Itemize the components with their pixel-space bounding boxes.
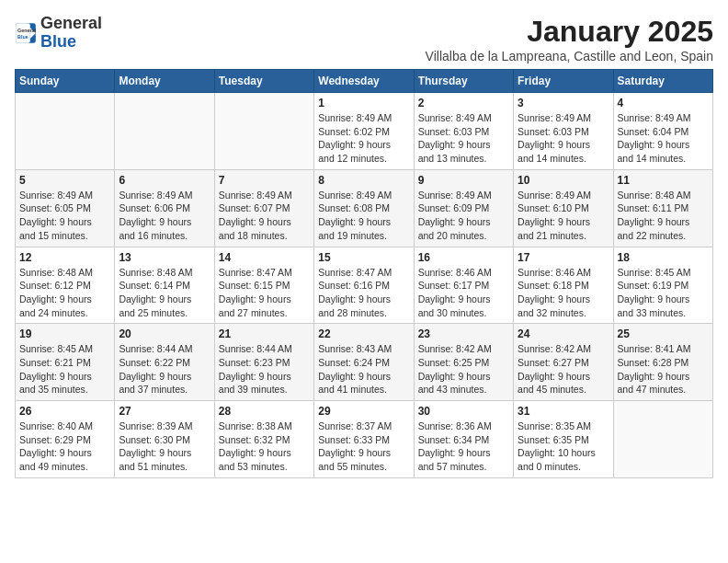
day-number: 21 <box>219 327 310 340</box>
calendar: SundayMondayTuesdayWednesdayThursdayFrid… <box>15 69 713 478</box>
day-info: Sunrise: 8:49 AMSunset: 6:06 PMDaylight:… <box>119 189 210 243</box>
header: General Blue General Blue January 2025 V… <box>15 15 713 63</box>
day-info: Sunrise: 8:38 AMSunset: 6:32 PMDaylight:… <box>219 419 310 474</box>
day-info: Sunrise: 8:42 AMSunset: 6:25 PMDaylight:… <box>418 342 509 396</box>
day-number: 20 <box>119 327 210 340</box>
calendar-cell: 3Sunrise: 8:49 AMSunset: 6:03 PMDaylight… <box>514 93 613 170</box>
day-number: 1 <box>318 97 409 109</box>
calendar-cell: 19Sunrise: 8:45 AMSunset: 6:21 PMDayligh… <box>16 324 115 401</box>
day-info: Sunrise: 8:48 AMSunset: 6:14 PMDaylight:… <box>119 266 210 320</box>
day-info: Sunrise: 8:49 AMSunset: 6:03 PMDaylight:… <box>418 111 509 166</box>
day-info: Sunrise: 8:42 AMSunset: 6:27 PMDaylight:… <box>518 342 609 396</box>
weekday-header-friday: Friday <box>514 70 613 93</box>
day-info: Sunrise: 8:45 AMSunset: 6:21 PMDaylight:… <box>19 342 110 396</box>
calendar-cell: 30Sunrise: 8:36 AMSunset: 6:34 PMDayligh… <box>414 401 513 478</box>
week-row-5: 26Sunrise: 8:40 AMSunset: 6:29 PMDayligh… <box>16 401 713 478</box>
month-title: January 2025 <box>426 15 713 49</box>
weekday-header-tuesday: Tuesday <box>214 70 313 93</box>
logo-blue-text: Blue <box>40 32 76 51</box>
calendar-cell: 1Sunrise: 8:49 AMSunset: 6:02 PMDaylight… <box>314 93 414 170</box>
day-info: Sunrise: 8:49 AMSunset: 6:09 PMDaylight:… <box>418 189 509 243</box>
weekday-header-wednesday: Wednesday <box>314 70 414 93</box>
calendar-cell <box>613 401 712 478</box>
weekday-header-row: SundayMondayTuesdayWednesdayThursdayFrid… <box>16 70 713 93</box>
logo: General Blue General Blue <box>15 15 102 52</box>
svg-text:Blue: Blue <box>17 34 28 40</box>
calendar-cell: 12Sunrise: 8:48 AMSunset: 6:12 PMDayligh… <box>16 247 115 324</box>
day-info: Sunrise: 8:48 AMSunset: 6:12 PMDaylight:… <box>19 266 110 320</box>
calendar-cell: 9Sunrise: 8:49 AMSunset: 6:09 PMDaylight… <box>414 169 513 247</box>
calendar-cell: 6Sunrise: 8:49 AMSunset: 6:06 PMDaylight… <box>115 169 214 247</box>
calendar-cell: 16Sunrise: 8:46 AMSunset: 6:17 PMDayligh… <box>414 247 513 324</box>
calendar-cell: 20Sunrise: 8:44 AMSunset: 6:22 PMDayligh… <box>115 324 214 401</box>
day-info: Sunrise: 8:37 AMSunset: 6:33 PMDaylight:… <box>318 419 409 474</box>
day-info: Sunrise: 8:39 AMSunset: 6:30 PMDaylight:… <box>119 419 210 474</box>
day-info: Sunrise: 8:46 AMSunset: 6:18 PMDaylight:… <box>518 266 609 320</box>
calendar-cell: 4Sunrise: 8:49 AMSunset: 6:04 PMDaylight… <box>613 93 712 170</box>
weekday-header-saturday: Saturday <box>613 70 712 93</box>
day-info: Sunrise: 8:40 AMSunset: 6:29 PMDaylight:… <box>19 419 110 474</box>
calendar-cell: 18Sunrise: 8:45 AMSunset: 6:19 PMDayligh… <box>613 247 712 324</box>
day-number: 26 <box>19 405 110 418</box>
calendar-cell: 29Sunrise: 8:37 AMSunset: 6:33 PMDayligh… <box>314 401 414 478</box>
day-number: 28 <box>219 405 310 418</box>
day-number: 7 <box>219 174 310 187</box>
week-row-2: 5Sunrise: 8:49 AMSunset: 6:05 PMDaylight… <box>16 169 713 247</box>
day-number: 17 <box>518 251 609 264</box>
day-info: Sunrise: 8:49 AMSunset: 6:10 PMDaylight:… <box>518 189 609 243</box>
calendar-cell: 17Sunrise: 8:46 AMSunset: 6:18 PMDayligh… <box>514 247 613 324</box>
weekday-header-thursday: Thursday <box>414 70 513 93</box>
calendar-cell: 22Sunrise: 8:43 AMSunset: 6:24 PMDayligh… <box>314 324 414 401</box>
calendar-cell: 24Sunrise: 8:42 AMSunset: 6:27 PMDayligh… <box>514 324 613 401</box>
calendar-cell: 27Sunrise: 8:39 AMSunset: 6:30 PMDayligh… <box>115 401 214 478</box>
day-number: 22 <box>318 327 409 340</box>
day-number: 9 <box>418 174 509 187</box>
calendar-cell: 26Sunrise: 8:40 AMSunset: 6:29 PMDayligh… <box>16 401 115 478</box>
day-number: 13 <box>119 251 210 264</box>
day-number: 4 <box>618 97 709 109</box>
day-number: 5 <box>19 174 110 187</box>
calendar-cell: 13Sunrise: 8:48 AMSunset: 6:14 PMDayligh… <box>115 247 214 324</box>
day-info: Sunrise: 8:36 AMSunset: 6:34 PMDaylight:… <box>418 419 509 474</box>
day-info: Sunrise: 8:45 AMSunset: 6:19 PMDaylight:… <box>618 266 709 320</box>
svg-text:General: General <box>17 28 37 33</box>
day-info: Sunrise: 8:35 AMSunset: 6:35 PMDaylight:… <box>518 419 609 474</box>
logo-icon: General Blue <box>15 22 37 44</box>
day-number: 25 <box>618 327 709 340</box>
day-info: Sunrise: 8:47 AMSunset: 6:15 PMDaylight:… <box>219 266 310 320</box>
svg-rect-2 <box>16 23 30 43</box>
day-number: 14 <box>219 251 310 264</box>
day-info: Sunrise: 8:43 AMSunset: 6:24 PMDaylight:… <box>318 342 409 396</box>
calendar-cell: 11Sunrise: 8:48 AMSunset: 6:11 PMDayligh… <box>613 169 712 247</box>
calendar-cell <box>16 93 115 170</box>
title-block: January 2025 Villalba de la Lampreana, C… <box>426 15 713 63</box>
day-info: Sunrise: 8:49 AMSunset: 6:02 PMDaylight:… <box>318 111 409 166</box>
calendar-cell: 31Sunrise: 8:35 AMSunset: 6:35 PMDayligh… <box>514 401 613 478</box>
week-row-3: 12Sunrise: 8:48 AMSunset: 6:12 PMDayligh… <box>16 247 713 324</box>
subtitle: Villalba de la Lampreana, Castille and L… <box>426 49 713 63</box>
day-info: Sunrise: 8:47 AMSunset: 6:16 PMDaylight:… <box>318 266 409 320</box>
day-number: 12 <box>19 251 110 264</box>
day-info: Sunrise: 8:41 AMSunset: 6:28 PMDaylight:… <box>618 342 709 396</box>
day-number: 24 <box>518 327 609 340</box>
day-number: 23 <box>418 327 509 340</box>
day-info: Sunrise: 8:48 AMSunset: 6:11 PMDaylight:… <box>618 189 709 243</box>
logo-general-text: General <box>40 14 102 32</box>
weekday-header-sunday: Sunday <box>16 70 115 93</box>
calendar-cell: 15Sunrise: 8:47 AMSunset: 6:16 PMDayligh… <box>314 247 414 324</box>
day-number: 6 <box>119 174 210 187</box>
calendar-cell: 7Sunrise: 8:49 AMSunset: 6:07 PMDaylight… <box>214 169 313 247</box>
week-row-4: 19Sunrise: 8:45 AMSunset: 6:21 PMDayligh… <box>16 324 713 401</box>
calendar-cell: 21Sunrise: 8:44 AMSunset: 6:23 PMDayligh… <box>214 324 313 401</box>
calendar-cell: 14Sunrise: 8:47 AMSunset: 6:15 PMDayligh… <box>214 247 313 324</box>
calendar-cell: 23Sunrise: 8:42 AMSunset: 6:25 PMDayligh… <box>414 324 513 401</box>
day-number: 31 <box>518 405 609 418</box>
week-row-1: 1Sunrise: 8:49 AMSunset: 6:02 PMDaylight… <box>16 93 713 170</box>
day-number: 3 <box>518 97 609 109</box>
day-number: 10 <box>518 174 609 187</box>
calendar-cell: 25Sunrise: 8:41 AMSunset: 6:28 PMDayligh… <box>613 324 712 401</box>
day-number: 16 <box>418 251 509 264</box>
day-number: 15 <box>318 251 409 264</box>
calendar-cell: 8Sunrise: 8:49 AMSunset: 6:08 PMDaylight… <box>314 169 414 247</box>
calendar-cell <box>115 93 214 170</box>
